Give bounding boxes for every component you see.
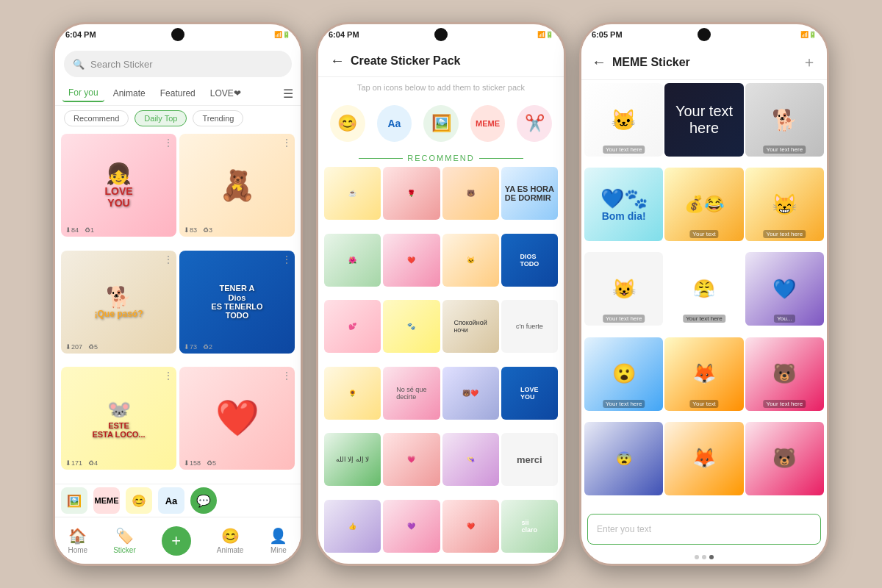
camera-notch-1 [171,28,184,41]
time-2: 6:04 PM [329,30,359,39]
sticker-more-3[interactable]: ⋮ [282,254,292,265]
sticker-text-label: Your text here [603,146,645,154]
list-item[interactable]: DIOSTODO [501,234,558,287]
list-item[interactable]: 🐻 Your text here [745,337,824,411]
list-item[interactable]: 👒 [442,433,499,486]
list-item[interactable]: 🐻 [745,422,824,495]
list-item[interactable]: لا إله إلا الله [324,433,381,486]
sticker-visual-4: 🐭 ESTEESTA LOCO... [61,367,176,470]
p2-sticker-grid: ☕ 🌹 🐻 YA ES HORADE DORMIR 🌺 ❤️ 🐱 DIOSTOD… [318,167,564,564]
mine-icon: 👤 [269,527,287,545]
icon-btn-meme[interactable]: MEME [470,105,506,142]
icon-btn-cut[interactable]: ✂️ [517,105,552,142]
list-item[interactable]: 😸 Your text here [745,168,824,241]
list-item[interactable]: 💜 [383,500,440,553]
type-text[interactable]: Aa [158,487,184,514]
nav-home[interactable]: 🏠 Home [68,527,88,554]
chip-trending[interactable]: Trending [193,110,243,126]
sticker-info-5: ⬇158♻5 [184,459,216,467]
list-item[interactable]: 😨 [584,422,663,495]
tab-featured[interactable]: Featured [154,85,201,101]
sticker-visual-5: ❤️ [179,367,295,470]
sticker-card-2[interactable]: 🐕 ¡Que pasó? ⬇207♻5 ⋮ [61,251,176,354]
list-item[interactable]: ❤️ [442,500,499,553]
nav-mine[interactable]: 👤 Mine [269,527,287,554]
search-placeholder: Search Sticker [90,59,153,70]
p3-add-icon[interactable]: ＋ [802,52,817,72]
sticker-more-2[interactable]: ⋮ [163,254,173,265]
list-item[interactable]: 🐻 [442,167,499,220]
list-item[interactable]: 💰😂 Your text [664,168,743,241]
sticker-more-0[interactable]: ⋮ [163,137,173,148]
icon-btn-emoji[interactable]: 😊 [330,105,365,142]
chip-daily-top[interactable]: Daily Top [135,110,187,126]
list-item[interactable]: 👍 [324,500,381,553]
nav-animate[interactable]: 😊 Animate [217,527,244,554]
list-item[interactable]: 💙 You... [745,252,824,326]
tabs-more-icon[interactable]: ☰ [283,87,293,101]
list-item[interactable]: YA ES HORADE DORMIR [501,167,558,220]
list-item[interactable]: Your texthere [664,83,743,157]
sticker-more-1[interactable]: ⋮ [282,137,292,148]
list-item[interactable]: 🐱 Your text here [584,83,663,157]
list-item[interactable]: 🌻 [324,367,381,420]
screen-1: 🔍 Search Sticker For you Animate Feature… [55,45,301,564]
list-item[interactable]: No sé quedecirte [383,367,440,420]
search-box[interactable]: 🔍 Search Sticker [64,51,292,77]
list-item[interactable]: 🦊 Your text [664,337,743,411]
time-1: 6:04 PM [65,30,96,39]
list-item[interactable]: 😺 Your text here [584,252,663,326]
list-item[interactable]: 🐱 [442,234,499,287]
p3-back-button[interactable]: ← [592,54,606,71]
icon-btn-text[interactable]: Aa [377,105,412,142]
p2-back-button[interactable]: ← [330,52,345,69]
sticker-more-4[interactable]: ⋮ [163,370,173,381]
nav-sticker-label: Sticker [113,546,136,554]
list-item[interactable]: c'n fuerte [501,300,558,353]
chip-recommend[interactable]: Recommend [64,110,129,126]
status-icons-2: 📶🔋 [537,31,553,38]
list-item[interactable]: 😤 Your text here [664,252,743,326]
type-image[interactable]: 🖼️ [61,487,87,514]
sticker-more-5[interactable]: ⋮ [282,370,292,381]
p2-icon-buttons: 😊 Aa 🖼️ MEME ✂️ [318,98,564,149]
sticker-card-4[interactable]: 🐭 ESTEESTA LOCO... ⬇171♻4 ⋮ [61,367,176,470]
sticker-card-3[interactable]: TENER ADiosES TENERLOTODO ⬇73♻2 ⋮ [179,251,295,354]
list-item[interactable]: 🦊 [664,422,743,495]
p2-header: ← Create Sticker Pack [318,45,564,77]
icon-btn-image[interactable]: 🖼️ [423,105,459,142]
screen-2: ← Create Sticker Pack Tap on icons below… [318,45,564,564]
list-item[interactable]: 🌹 [383,167,440,220]
list-item[interactable]: 💙🐾 Bom dia! [584,168,663,241]
sticker-visual-0: 👧 LOVEYOU [61,134,176,237]
camera-notch-3 [698,28,711,41]
tab-animate[interactable]: Animate [107,85,151,101]
sticker-card-5[interactable]: ❤️ ⬇158♻5 ⋮ [179,367,295,470]
list-item[interactable]: 🐾 [383,300,440,353]
list-item[interactable]: 😮 Your text here [584,337,663,411]
list-item[interactable]: 💕 [324,300,381,353]
tab-for-you[interactable]: For you [62,85,104,102]
p3-text-input[interactable]: Enter you text [587,514,821,545]
sticker-visual-2: 🐕 ¡Que pasó? [61,251,176,354]
nav-home-label: Home [68,546,88,554]
list-item[interactable]: ❤️ [383,234,440,287]
list-item[interactable]: siiclaro [501,500,558,553]
list-item[interactable]: 🐻❤️ [442,367,499,420]
list-item[interactable]: merci [501,433,558,486]
list-item[interactable]: ☕ [324,167,381,220]
list-item[interactable]: 🌺 [324,234,381,287]
nav-add-button[interactable]: + [162,526,191,556]
tab-love[interactable]: LOVE❤ [204,85,247,101]
sticker-card-0[interactable]: 👧 LOVEYOU ⬇84♻1 ⋮ [61,134,176,237]
nav-sticker[interactable]: 🏷️ Sticker [113,527,136,554]
type-meme[interactable]: MEME [93,487,120,514]
filter-chips: Recommend Daily Top Trending [55,106,301,131]
list-item[interactable]: 🐕 Your text here [745,83,824,157]
list-item[interactable]: Спокойнойночи [442,300,499,353]
type-emoji[interactable]: 😊 [126,487,152,514]
type-whatsapp[interactable]: 💬 [190,487,217,514]
list-item[interactable]: 💗 [383,433,440,486]
list-item[interactable]: LOVEYOU [501,367,558,420]
sticker-card-1[interactable]: 🧸 ⬇83♻3 ⋮ [179,134,295,237]
